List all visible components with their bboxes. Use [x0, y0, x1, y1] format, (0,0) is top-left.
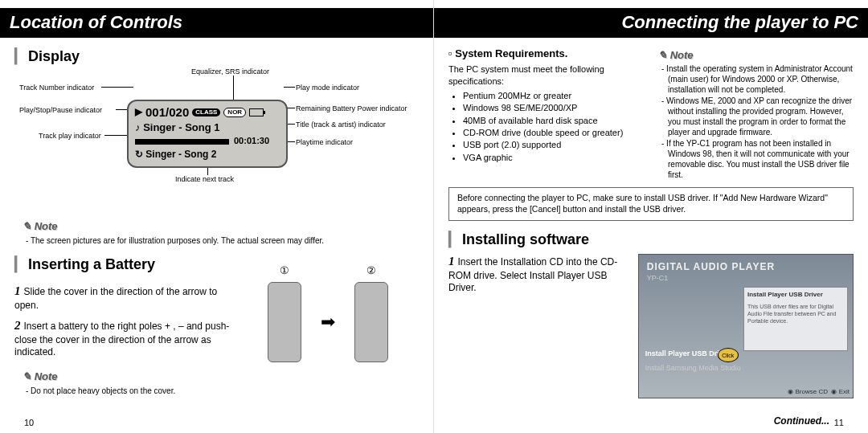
next-track-icon: ↻ [135, 149, 143, 160]
right-note-item: Windows ME, 2000 and XP can recognize th… [661, 96, 854, 137]
installer-panel: Install Player USB Driver This USB drive… [743, 287, 848, 351]
right-note-item: Install the operating system in Administ… [661, 63, 854, 95]
right-top-columns: ▫ System Requirements. The PC system mus… [448, 44, 854, 182]
battery-icon [249, 108, 264, 116]
label-title-track-artist: Title (track & artist) indicator [296, 121, 386, 130]
installing-title: Installing software [448, 231, 854, 249]
page-10: Location of Controls Display Track Numbe… [0, 0, 434, 433]
sys-req-item: USB port (2.0) supported [463, 139, 644, 150]
display-note-text: The screen pictures are for illustration… [26, 235, 419, 246]
playtime-value: 00:01:30 [234, 135, 269, 146]
step-2: 2Insert a battery to the right poles + ,… [14, 318, 237, 359]
right-header: Connecting the player to PC [434, 8, 868, 38]
display-note-label: Note [23, 220, 419, 234]
install-step-1: 1Insert the Installation CD into the CD-… [448, 254, 627, 398]
install-step-1-text: Insert the Installation CD into the CD-R… [448, 256, 617, 293]
mode-badge: NOR [223, 108, 246, 117]
sys-req-item: VGA graphic [463, 152, 644, 163]
label-play-stop-pause: Play/Stop/Pause indicator [19, 106, 102, 116]
manual-spread: Location of Controls Display Track Numbe… [0, 0, 868, 433]
play-icon: ▶ [135, 106, 142, 119]
sys-req-list: Pentium 200MHz or greater Windows 98 SE/… [463, 90, 644, 163]
installer-panel-text: This USB driver files are for Digital Au… [747, 303, 844, 325]
track-counter: 001/020 [145, 104, 189, 121]
arrow-right-icon: ➡ [321, 311, 335, 334]
display-screen: ▶ 001/020 CLASS NOR ♪ Singer - Song 1 00… [127, 100, 288, 168]
figure-1-label: ① [280, 264, 289, 278]
inserting-note-label: Note [23, 370, 419, 384]
step-2-text: Insert a battery to the right poles + , … [14, 321, 229, 357]
left-header: Location of Controls [0, 8, 433, 38]
track-title-2: Singer - Song 2 [145, 149, 216, 160]
device-figure-1 [268, 282, 301, 362]
inserting-note-text: Do not place heavy objects on the cover. [26, 386, 419, 396]
sys-req-column: ▫ System Requirements. The PC system mus… [448, 44, 644, 182]
page-number-right: 11 [834, 417, 844, 428]
installer-title: DIGITAL AUDIO PLAYER [639, 255, 853, 274]
label-indicate-next: Indicate next track [175, 175, 234, 185]
sys-req-item: Pentium 200MHz or greater [463, 90, 644, 101]
track-title-1: Singer - Song 1 [143, 121, 219, 133]
click-badge: Click [718, 348, 739, 362]
battery-figure-row: ① ➡ ② [237, 279, 419, 366]
inserting-steps: 1Slide the cover in the direction of the… [14, 279, 237, 366]
step-1-text: Slide the cover in the direction of the … [14, 286, 217, 311]
progress-bar [135, 139, 229, 145]
label-track-play: Track play indicator [39, 132, 101, 141]
sys-req-item: Windows 98 SE/ME/2000/XP [463, 102, 644, 113]
before-connecting-box: Before connecting the player to PC, make… [448, 187, 854, 220]
display-diagram: Track Number indicator Play/Stop/Pause i… [14, 71, 419, 215]
device-figure-2 [354, 282, 388, 362]
figure-2-label: ② [366, 264, 376, 278]
right-note-list: Install the operating system in Administ… [661, 63, 854, 180]
label-playtime: Playtime indicator [296, 138, 353, 148]
installer-bottom-bar: ◉ Browse CD ◉ Exit [788, 388, 850, 396]
continued-label: Continued... [774, 415, 829, 428]
step-1: 1Slide the cover in the direction of the… [14, 284, 237, 312]
sys-req-title: ▫ System Requirements. [448, 47, 644, 61]
music-note-icon: ♪ [135, 121, 141, 133]
install-row: 1Insert the Installation CD into the CD-… [448, 254, 854, 398]
installer-model: YP-C1 [639, 274, 853, 284]
inserting-title: Inserting a Battery [14, 255, 419, 274]
installer-menu-item-2: Install Samsung Media Studio [645, 364, 741, 374]
right-note-label: Note [658, 49, 854, 63]
installer-panel-title: Install Player USB Driver [747, 291, 844, 299]
installer-screenshot: DIGITAL AUDIO PLAYER YP-C1 Install Playe… [638, 254, 854, 398]
right-note-item: If the YP-C1 program has not been instal… [661, 138, 854, 180]
sys-req-item: CD-ROM drive (double speed or greater) [463, 127, 644, 138]
label-play-mode: Play mode indicator [296, 84, 359, 93]
note-column: Note Install the operating system in Adm… [658, 44, 854, 182]
sys-req-intro: The PC system must meet the following sp… [448, 63, 644, 87]
page-11: Connecting the player to PC ▫ System Req… [434, 0, 868, 433]
label-track-number: Track Number indicator [19, 84, 94, 93]
label-equalizer: Equalizer, SRS indicator [191, 67, 269, 77]
page-number-left: 10 [24, 417, 34, 428]
label-remaining-battery: Remaining Battery Power indicator [296, 104, 407, 114]
display-title: Display [14, 47, 419, 66]
sys-req-item: 40MB of available hard disk space [463, 115, 644, 126]
class-badge: CLASS [192, 108, 220, 116]
